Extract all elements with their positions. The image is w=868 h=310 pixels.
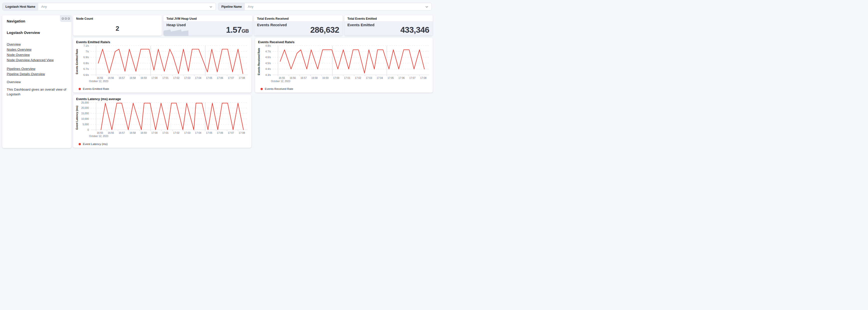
svg-text:17:06: 17:06 bbox=[217, 131, 223, 134]
svg-text:7.1/s: 7.1/s bbox=[83, 44, 89, 47]
chevron-down-icon bbox=[209, 3, 216, 10]
y-axis-title: Event Latency (ms) bbox=[75, 102, 79, 133]
svg-text:4.7/s: 4.7/s bbox=[265, 50, 271, 53]
svg-text:17:02: 17:02 bbox=[355, 76, 361, 80]
chart-title: Events Latency (ms) average bbox=[73, 95, 251, 101]
svg-text:16:59: 16:59 bbox=[141, 131, 147, 134]
logstash-host-name-filter[interactable]: Logstash Host Name Any bbox=[2, 3, 216, 10]
nav-description: This Dashboard gives an overall view of … bbox=[7, 87, 67, 97]
svg-text:17:01: 17:01 bbox=[162, 76, 168, 80]
pipeline-name-filter[interactable]: Pipeline Name Any bbox=[218, 3, 432, 10]
svg-text:16:56: 16:56 bbox=[108, 76, 114, 80]
nav-link-node-overview[interactable]: Node Overview bbox=[7, 52, 67, 57]
svg-text:17:07: 17:07 bbox=[228, 76, 234, 80]
legend-item-events-emitted-rate[interactable]: Events Emitted Rate bbox=[79, 87, 109, 90]
node-count-panel: Node Count 2 bbox=[73, 15, 162, 36]
chart-title: Events Emitted Rate/s bbox=[73, 38, 251, 44]
filter-value: Any bbox=[38, 3, 209, 10]
svg-text:16:58: 16:58 bbox=[311, 76, 318, 80]
svg-text:17:03: 17:03 bbox=[366, 76, 372, 80]
nav-link-nodes-overview[interactable]: Nodes Overview bbox=[7, 47, 67, 52]
panel-title: Total JVM Heap Used bbox=[163, 15, 252, 21]
svg-text:October 12, 2023: October 12, 2023 bbox=[271, 80, 290, 83]
events-received-metric: Events Received 286,632 bbox=[254, 21, 343, 36]
legend-dot-icon bbox=[79, 88, 81, 90]
y-axis-title: Events Received Rate bbox=[257, 45, 260, 78]
nav-section-title: Logstash Overview bbox=[7, 31, 67, 35]
nav-link-overview[interactable]: Overview bbox=[7, 42, 67, 47]
panel-title: Total Events Emitted bbox=[344, 15, 433, 21]
legend-item-event-latency[interactable]: Event Latency (ms) bbox=[79, 143, 107, 146]
svg-text:17:04: 17:04 bbox=[377, 76, 383, 80]
metric-label: Events Emitted bbox=[347, 23, 374, 27]
svg-text:4.5/s: 4.5/s bbox=[265, 62, 271, 65]
panel-title: Node Count bbox=[73, 15, 162, 21]
panel-options-button[interactable] bbox=[60, 15, 71, 22]
svg-text:17:08: 17:08 bbox=[239, 131, 245, 134]
svg-text:17:03: 17:03 bbox=[184, 76, 190, 80]
svg-text:17:05: 17:05 bbox=[206, 76, 212, 80]
events-emitted-rate-chart[interactable]: 6.6/s6.7/s6.8/s6.9/s7/s7.1/s16:55October… bbox=[79, 44, 250, 83]
nav-link-pipeline-details-overview[interactable]: Pipeline Details Overview bbox=[7, 71, 67, 76]
svg-text:16:56: 16:56 bbox=[108, 131, 114, 134]
legend-item-events-received-rate[interactable]: Events Received Rate bbox=[260, 87, 293, 90]
node-count-value: 2 bbox=[73, 21, 162, 36]
events-latency-chart-panel: Events Latency (ms) average Event Latenc… bbox=[73, 95, 251, 148]
navigation-panel: Navigation Logstash Overview Overview No… bbox=[2, 15, 71, 148]
svg-text:4.6/s: 4.6/s bbox=[265, 56, 271, 59]
chart-title: Events Received Rate/s bbox=[255, 38, 433, 44]
filter-label: Logstash Host Name bbox=[2, 3, 38, 10]
svg-text:20,000: 20,000 bbox=[81, 106, 89, 109]
svg-text:17:06: 17:06 bbox=[217, 76, 223, 80]
svg-text:16:57: 16:57 bbox=[119, 76, 125, 80]
svg-text:17:05: 17:05 bbox=[388, 76, 394, 80]
svg-text:17:03: 17:03 bbox=[184, 131, 190, 134]
svg-text:4.4/s: 4.4/s bbox=[265, 68, 271, 70]
svg-text:16:59: 16:59 bbox=[141, 76, 147, 80]
svg-text:17:07: 17:07 bbox=[228, 131, 234, 134]
svg-text:16:57: 16:57 bbox=[301, 76, 307, 80]
svg-text:17:08: 17:08 bbox=[239, 76, 245, 80]
events-emitted-rate-chart-panel: Events Emitted Rate/s Events Emitted Rat… bbox=[73, 38, 251, 93]
svg-text:17:04: 17:04 bbox=[195, 131, 202, 134]
svg-text:16:55: 16:55 bbox=[97, 131, 103, 134]
nav-subheading: Overview bbox=[7, 80, 67, 84]
logstash-overview-dashboard: Logstash Host Name Any Pipeline Name Any… bbox=[0, 0, 434, 155]
svg-text:15,000: 15,000 bbox=[81, 112, 89, 115]
events-received-rate-chart[interactable]: 4.3/s4.4/s4.5/s4.6/s4.7/s4.8/s16:55Octob… bbox=[261, 44, 431, 83]
svg-text:17:08: 17:08 bbox=[420, 76, 427, 80]
svg-text:October 12, 2023: October 12, 2023 bbox=[89, 135, 108, 137]
events-latency-chart[interactable]: 05,00010,00015,00020,00025,00016:55Octob… bbox=[79, 101, 250, 138]
svg-text:5,000: 5,000 bbox=[83, 123, 89, 126]
svg-text:16:59: 16:59 bbox=[322, 76, 329, 80]
svg-text:17:01: 17:01 bbox=[162, 131, 168, 134]
events-emitted-panel: Total Events Emitted Events Emitted 433,… bbox=[344, 15, 433, 36]
svg-text:6.9/s: 6.9/s bbox=[83, 56, 89, 59]
events-emitted-metric: Events Emitted 433,346 bbox=[344, 21, 433, 36]
panel-title: Total Events Received bbox=[254, 15, 343, 21]
svg-text:17:02: 17:02 bbox=[173, 131, 180, 134]
filter-bar: Logstash Host Name Any Pipeline Name Any bbox=[2, 3, 432, 10]
svg-text:17:01: 17:01 bbox=[344, 76, 350, 80]
heap-used-value: 1.57GB bbox=[226, 25, 249, 35]
svg-text:October 12, 2023: October 12, 2023 bbox=[89, 80, 108, 83]
svg-text:17:07: 17:07 bbox=[409, 76, 415, 80]
svg-text:17:05: 17:05 bbox=[206, 131, 212, 134]
y-axis-title: Events Emitted Rate bbox=[75, 45, 79, 78]
svg-text:16:56: 16:56 bbox=[289, 76, 296, 80]
svg-text:16:55: 16:55 bbox=[279, 76, 285, 80]
metric-label: Events Received bbox=[257, 23, 287, 27]
svg-text:4.3/s: 4.3/s bbox=[265, 74, 271, 76]
svg-text:0: 0 bbox=[87, 128, 89, 131]
svg-text:17:04: 17:04 bbox=[195, 76, 202, 80]
svg-text:17:06: 17:06 bbox=[399, 76, 405, 80]
nav-link-node-overview-advanced[interactable]: Node Overview Advanced View bbox=[7, 57, 67, 63]
svg-text:17:00: 17:00 bbox=[333, 76, 339, 80]
nav-link-pipelines-overview[interactable]: Pipelines Overview bbox=[7, 66, 67, 71]
svg-text:16:58: 16:58 bbox=[129, 76, 136, 80]
svg-text:16:57: 16:57 bbox=[119, 131, 125, 134]
panel-options-icon bbox=[68, 18, 70, 20]
svg-text:17:00: 17:00 bbox=[152, 131, 158, 134]
svg-text:4.8/s: 4.8/s bbox=[265, 44, 271, 47]
heap-used-metric: Heap Used 1.57GB bbox=[163, 21, 252, 36]
